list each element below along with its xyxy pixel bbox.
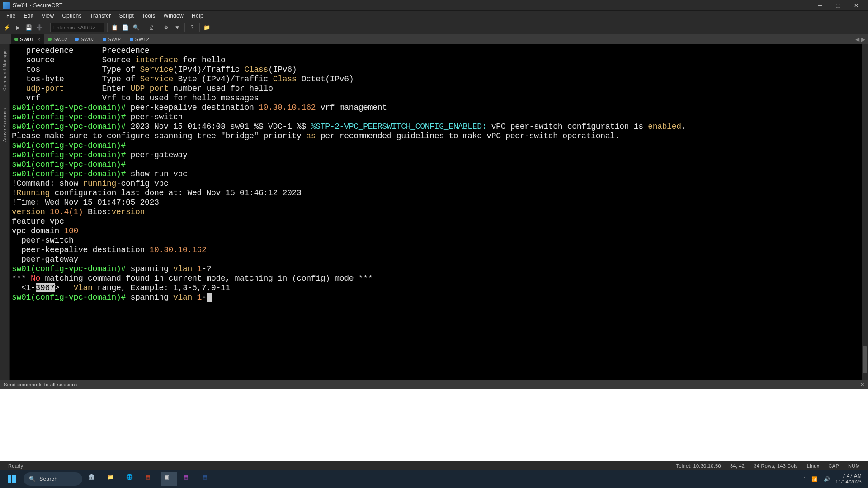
print-icon[interactable]: 🖨	[147, 23, 156, 32]
tray-chevron-icon[interactable]: ˄	[803, 476, 806, 482]
copy-icon[interactable]: 📋	[110, 23, 119, 32]
host-input[interactable]	[50, 23, 104, 32]
tray-wifi-icon[interactable]: 📶	[811, 476, 818, 482]
minimize-button[interactable]: ─	[811, 0, 829, 10]
scrollbar-thumb[interactable]	[863, 346, 867, 373]
help-icon[interactable]: ?	[188, 23, 197, 32]
session-tab-sw03[interactable]: SW03	[71, 34, 99, 44]
tray-clock[interactable]: 7:47 AM 11/14/2023	[835, 473, 862, 485]
taskbar-securecrt-icon[interactable]: ▣	[161, 472, 177, 486]
tab-status-dot	[48, 38, 52, 41]
session-tab-sw01[interactable]: SW01×	[11, 34, 44, 44]
taskbar-edge-icon[interactable]: 🌐	[123, 472, 139, 486]
menu-script[interactable]: Script	[116, 12, 137, 20]
terminal-line: vpc domain 100	[12, 226, 864, 236]
terminal-line: feature vpc	[12, 217, 864, 226]
command-window: Send commands to all sessions ✕	[0, 380, 868, 470]
tab-status-dot	[130, 38, 133, 41]
status-num: NUM	[844, 463, 864, 469]
tab-status-dot	[75, 38, 79, 41]
taskbar-search[interactable]: 🔍 Search	[24, 472, 82, 486]
session-tab-sw12[interactable]: SW12	[126, 34, 153, 44]
terminal-line: Please make sure to configure spanning t…	[12, 131, 864, 141]
tabbar: SW01×SW02SW03SW04SW12 ◀ ▶	[0, 34, 868, 44]
terminal-scrollbar[interactable]	[862, 44, 868, 380]
side-tab-command-manager[interactable]: Command Manager	[1, 47, 8, 93]
menu-view[interactable]: View	[38, 12, 57, 20]
status-terminal-size: 34 Rows, 143 Cols	[749, 463, 802, 469]
terminal-line: <1-3967> Vlan range, Example: 1,3-5,7,9-…	[12, 283, 864, 293]
terminal-line: peer-switch	[12, 236, 864, 245]
session-tab-sw02[interactable]: SW02	[44, 34, 71, 44]
terminal-line: precedence Precedence	[12, 46, 864, 56]
app-icon	[3, 2, 10, 9]
command-input-area[interactable]	[0, 389, 868, 470]
terminal-line: source Source interface for hello	[12, 56, 864, 65]
command-window-title: Send commands to all sessions	[4, 382, 77, 387]
tab-label: SW01	[20, 37, 34, 42]
titlebar: SW01 - SecureCRT ─ ▢ ✕	[0, 0, 868, 11]
menu-tools[interactable]: Tools	[138, 12, 159, 20]
tray-time: 7:47 AM	[835, 473, 862, 479]
connect-icon[interactable]: ⚡	[3, 23, 12, 32]
separator	[107, 23, 108, 32]
side-tab-active-sessions[interactable]: Active Sessions	[1, 106, 8, 144]
save-icon[interactable]: 💾	[24, 23, 33, 32]
session-tab-sw04[interactable]: SW04	[99, 34, 126, 44]
terminal[interactable]: precedence Precedence source Source inte…	[10, 44, 868, 380]
tray-date: 11/14/2023	[835, 479, 862, 485]
new-tab-icon[interactable]: ➕	[35, 23, 44, 32]
tab-label: SW04	[108, 37, 122, 42]
separator	[47, 23, 47, 32]
terminal-line: version 10.4(1) Bios:version	[12, 207, 864, 217]
menubar: File Edit View Options Transfer Script T…	[0, 11, 868, 21]
separator	[144, 23, 144, 32]
terminal-line: sw01(config-vpc-domain)# peer-keepalive …	[12, 103, 864, 113]
terminal-line: sw01(config-vpc-domain)# spanning vlan 1…	[12, 293, 864, 302]
terminal-line: *** No matching command found in current…	[12, 274, 864, 283]
settings-icon[interactable]: ⚙	[162, 23, 171, 32]
tab-status-dot	[14, 38, 18, 41]
terminal-line: !Command: show running-config vpc	[12, 179, 864, 188]
terminal-line: peer-gateway	[12, 255, 864, 264]
close-button[interactable]: ✕	[847, 0, 865, 10]
taskbar-powerpoint-icon[interactable]: ▦	[142, 472, 158, 486]
taskbar-weather-icon[interactable]: 🏛️	[85, 472, 101, 486]
tab-close-icon[interactable]: ×	[38, 37, 40, 42]
quick-connect-icon[interactable]: ▶	[14, 23, 23, 32]
maximize-button[interactable]: ▢	[829, 0, 847, 10]
menu-transfer[interactable]: Transfer	[86, 12, 115, 20]
terminal-line: tos Type of Service(IPv4)/Traffic Class(…	[12, 65, 864, 75]
find-icon[interactable]: 🔍	[132, 23, 141, 32]
toolbar: ⚡ ▶ 💾 ➕ 📋 📄 🔍 🖨 ⚙ ▼ ? 📁	[0, 21, 868, 34]
start-button[interactable]	[3, 472, 21, 486]
menu-file[interactable]: File	[3, 12, 19, 20]
tray-volume-icon[interactable]: 🔊	[824, 476, 830, 482]
filter-icon[interactable]: ▼	[173, 23, 182, 32]
paste-icon[interactable]: 📄	[121, 23, 130, 32]
separator	[199, 23, 200, 32]
terminal-line: udp-port Enter UDP port number used for …	[12, 84, 864, 94]
terminal-line: sw01(config-vpc-domain)# 2023 Nov 15 01:…	[12, 122, 864, 131]
taskbar-word-icon[interactable]: ▦	[199, 472, 215, 486]
tab-scroll-arrows[interactable]: ◀ ▶	[853, 34, 868, 44]
terminal-line: sw01(config-vpc-domain)#	[12, 141, 864, 150]
tab-status-dot	[103, 38, 106, 41]
statusbar: Ready Telnet: 10.30.10.50 34, 42 34 Rows…	[0, 461, 868, 470]
terminal-line: sw01(config-vpc-domain)# spanning vlan 1…	[12, 264, 864, 274]
sessions-icon[interactable]: 📁	[203, 23, 212, 32]
tab-label: SW12	[135, 37, 149, 42]
menu-help[interactable]: Help	[188, 12, 207, 20]
taskbar-explorer-icon[interactable]: 📁	[104, 472, 120, 486]
menu-options[interactable]: Options	[58, 12, 85, 20]
status-encoding: Linux	[802, 463, 824, 469]
taskbar-onenote-icon[interactable]: ▦	[180, 472, 196, 486]
window-title: SW01 - SecureCRT	[13, 2, 811, 9]
menu-window[interactable]: Window	[160, 12, 187, 20]
menu-edit[interactable]: Edit	[20, 12, 38, 20]
command-window-close-icon[interactable]: ✕	[860, 382, 864, 388]
terminal-cursor	[207, 293, 212, 302]
terminal-line: sw01(config-vpc-domain)# peer-switch	[12, 113, 864, 122]
terminal-line: sw01(config-vpc-domain)# peer-gateway	[12, 150, 864, 160]
terminal-line: vrf Vrf to be used for hello messages	[12, 94, 864, 103]
